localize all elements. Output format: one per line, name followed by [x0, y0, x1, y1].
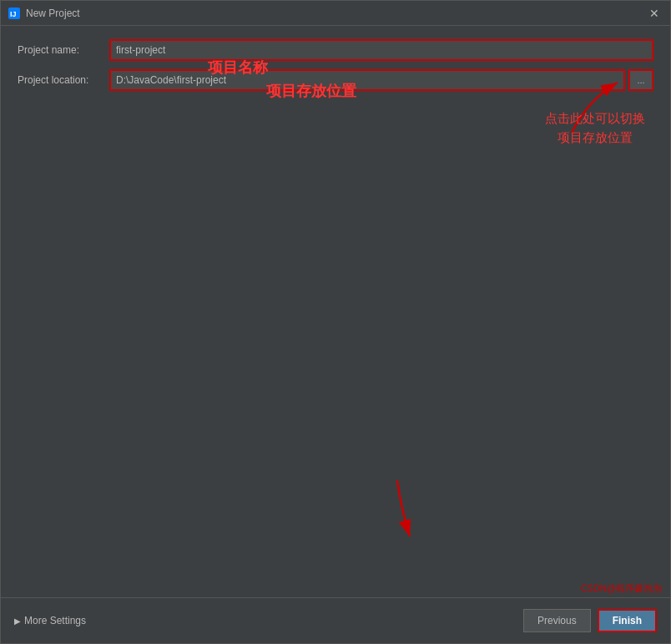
more-settings-label: More Settings [24, 615, 86, 626]
title-bar: IJ New Project ✕ [1, 1, 670, 26]
project-location-input-wrapper [109, 69, 625, 91]
annotation-tip-title: 点击此处可以切换 [545, 111, 645, 125]
dialog-window: IJ New Project ✕ Project name: Project l… [0, 0, 671, 644]
footer: ▶ More Settings Previous Finish [1, 597, 670, 643]
window-title: New Project [26, 8, 645, 19]
project-name-label: Project name: [18, 44, 109, 56]
project-location-label: Project location: [18, 74, 109, 86]
project-name-row: Project name: [18, 39, 653, 61]
project-location-input[interactable] [109, 69, 625, 91]
project-name-input-wrapper [109, 39, 653, 61]
annotation-tip-subtitle: 项目存放位置 [557, 130, 633, 144]
close-button[interactable]: ✕ [645, 4, 663, 23]
content-area: Project name: Project location: ... 项目名称… [1, 26, 670, 597]
project-location-row: Project location: ... [18, 69, 653, 91]
more-settings-arrow-icon: ▶ [14, 616, 21, 626]
browse-button[interactable]: ... [628, 69, 653, 91]
app-icon: IJ [8, 7, 21, 20]
svg-text:IJ: IJ [10, 10, 17, 18]
annotation-tip: 点击此处可以切换 项目存放位置 [545, 109, 645, 147]
previous-button[interactable]: Previous [523, 609, 591, 632]
more-settings-toggle[interactable]: ▶ More Settings [14, 615, 523, 626]
watermark: CSDN@程序媛泡泡 [581, 582, 662, 595]
footer-buttons: Previous Finish [523, 609, 657, 632]
project-name-input[interactable] [109, 39, 653, 61]
finish-button[interactable]: Finish [598, 609, 657, 632]
finish-arrow-icon [360, 476, 435, 543]
